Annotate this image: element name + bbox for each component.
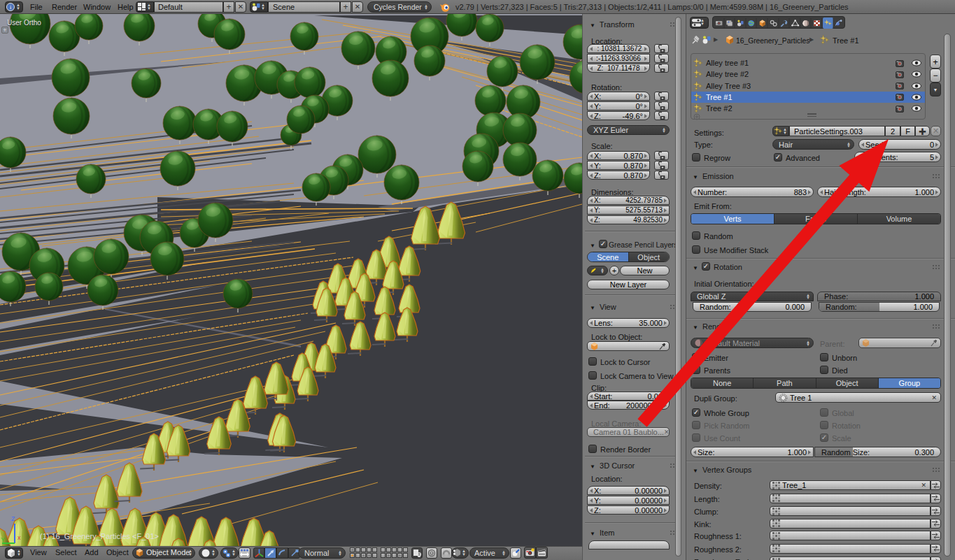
svg-text:x: x <box>17 534 21 541</box>
svg-text:Y: Y <box>1 536 5 543</box>
svg-text:Z: Z <box>11 515 15 522</box>
